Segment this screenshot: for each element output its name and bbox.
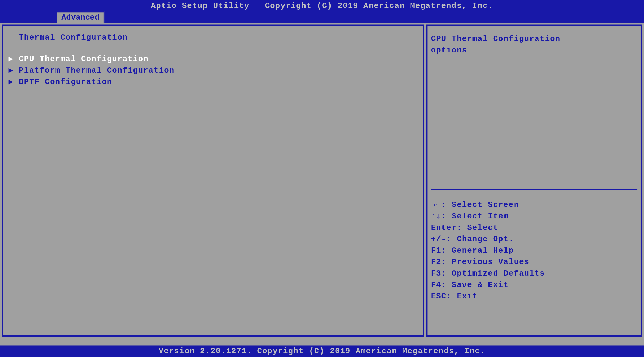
hint-select-screen: →←: Select Screen: [431, 199, 637, 210]
hint-enter: Enter: Select: [431, 222, 637, 233]
divider: [431, 189, 637, 190]
menu-item-dptf[interactable]: ▶ DPTF Configuration: [7, 76, 420, 88]
header-title: Aptio Setup Utility – Copyright (C) 2019…: [151, 1, 493, 10]
help-text-line1: CPU Thermal Configuration: [431, 33, 637, 44]
hint-f4: F4: Save & Exit: [431, 279, 637, 290]
footer-bar: Version 2.20.1271. Copyright (C) 2019 Am…: [0, 345, 644, 357]
bios-screen: Aptio Setup Utility – Copyright (C) 2019…: [0, 0, 644, 357]
header-bar: Aptio Setup Utility – Copyright (C) 2019…: [0, 0, 644, 11]
menu-item-platform-thermal[interactable]: ▶ Platform Thermal Configuration: [7, 65, 420, 76]
hint-select-item: ↑↓: Select Item: [431, 210, 637, 222]
hint-f2: F2: Previous Values: [431, 256, 637, 268]
right-panel: CPU Thermal Configuration options →←: Se…: [426, 25, 642, 337]
hint-f3: F3: Optimized Defaults: [431, 268, 637, 279]
hint-change-opt: +/-: Change Opt.: [431, 233, 637, 245]
menu-item-cpu-thermal[interactable]: ▶ CPU Thermal Configuration: [7, 53, 420, 65]
menu-item-label: Platform Thermal Configuration: [19, 65, 174, 76]
submenu-arrow-icon: ▶: [7, 65, 19, 76]
hint-f1: F1: General Help: [431, 245, 637, 256]
submenu-arrow-icon: ▶: [7, 53, 19, 65]
tab-advanced[interactable]: Advanced: [56, 11, 104, 23]
menu-item-label: DPTF Configuration: [19, 76, 112, 88]
submenu-arrow-icon: ▶: [7, 76, 19, 88]
hint-esc: ESC: Exit: [431, 290, 637, 302]
section-title: Thermal Configuration: [7, 33, 420, 42]
help-text-line2: options: [431, 44, 637, 56]
menu-item-label: CPU Thermal Configuration: [19, 53, 148, 65]
tab-bar: Advanced: [0, 11, 644, 23]
footer-text: Version 2.20.1271. Copyright (C) 2019 Am…: [159, 347, 485, 355]
left-panel: Thermal Configuration ▶ CPU Thermal Conf…: [2, 25, 424, 337]
main-area: Thermal Configuration ▶ CPU Thermal Conf…: [0, 23, 644, 338]
